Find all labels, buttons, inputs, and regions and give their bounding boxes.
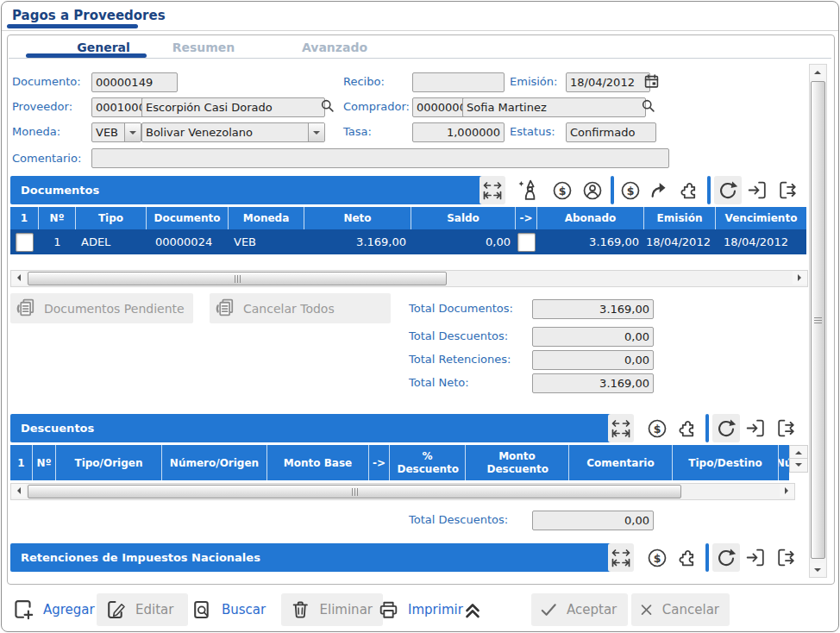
moneda-code-dropdown-button[interactable]	[124, 123, 141, 141]
main-vscrollbar[interactable]	[809, 64, 827, 578]
trash-icon	[288, 598, 313, 623]
moneda-name-value: Bolivar Venezolano	[142, 123, 308, 141]
tasa-field[interactable]: 1,000000	[412, 122, 505, 142]
export-icon[interactable]	[775, 176, 799, 204]
col-tipo-origen[interactable]: Tipo/Origen	[56, 445, 162, 480]
plugin-icon[interactable]	[675, 414, 699, 442]
recibo-field[interactable]	[412, 72, 505, 92]
moneda-code-select[interactable]: VEB	[91, 122, 141, 142]
buscar-button[interactable]: Buscar	[190, 593, 266, 626]
wizard-icon[interactable]	[516, 176, 540, 204]
eliminar-button[interactable]: Eliminar	[281, 593, 383, 626]
plugin-icon[interactable]	[677, 176, 701, 204]
tab-resumen[interactable]: Resumen	[172, 41, 235, 54]
comentario-field[interactable]	[91, 148, 669, 168]
resize-columns-icon[interactable]	[608, 414, 634, 442]
calendar-icon[interactable]	[644, 74, 659, 92]
col-emision[interactable]: Emisión	[644, 207, 716, 229]
currency-icon[interactable]	[645, 543, 669, 572]
plugin-icon[interactable]	[675, 543, 699, 572]
col-abonado[interactable]: Abonado	[537, 207, 644, 229]
currency-icon[interactable]	[645, 414, 669, 442]
comprador-name-field[interactable]: Sofia Martinez	[462, 97, 646, 117]
row-checkbox[interactable]	[16, 233, 34, 252]
refresh-icon[interactable]	[714, 176, 742, 204]
documento-field[interactable]: 00000149	[91, 72, 178, 92]
forward-arrow-icon[interactable]	[648, 176, 672, 204]
proveedor-label: Proveedor:	[12, 100, 72, 113]
editar-button[interactable]: Editar	[97, 593, 188, 626]
col-tipo[interactable]: Tipo	[76, 207, 147, 229]
import-icon[interactable]	[743, 414, 768, 442]
cancelar-button[interactable]: Cancelar	[631, 593, 730, 626]
estatus-field[interactable]: Confirmado	[566, 122, 656, 142]
apply-checkbox[interactable]	[517, 233, 536, 252]
documentos-grid-header: 1 Nº Tipo Documento Moneda Neto Saldo ->…	[10, 207, 806, 229]
refresh-icon[interactable]	[712, 414, 740, 442]
currency-icon[interactable]	[550, 176, 574, 204]
col-apply[interactable]: ->	[369, 445, 390, 480]
col-pct-descuento[interactable]: % Descuento	[390, 445, 466, 480]
cancelar-todos-button[interactable]: Cancelar Todos	[210, 293, 391, 323]
hscroll-thumb[interactable]	[28, 272, 447, 285]
import-icon[interactable]	[745, 176, 769, 204]
tab-general[interactable]: General	[77, 41, 130, 54]
col-rownum[interactable]: 1	[10, 207, 39, 229]
comprador-code-field[interactable]: 0000000	[412, 97, 469, 117]
export-icon[interactable]	[774, 543, 798, 572]
col-numero-destino[interactable]: Nú	[779, 445, 789, 480]
cell-saldo: 0,00	[411, 229, 516, 254]
col-monto-base[interactable]: Monto Base	[267, 445, 369, 480]
search-document-icon	[190, 598, 215, 623]
currency-apply-icon[interactable]	[618, 176, 643, 204]
col-documento[interactable]: Documento	[147, 207, 229, 229]
triangle-left-icon	[14, 274, 21, 281]
tab-avanzado[interactable]: Avanzado	[302, 41, 367, 54]
col-saldo[interactable]: Saldo	[411, 207, 516, 229]
moneda-name-select[interactable]: Bolivar Venezolano	[141, 122, 325, 142]
resize-columns-icon[interactable]	[608, 543, 634, 572]
proveedor-search-icon[interactable]	[320, 98, 335, 116]
emision-field[interactable]: 18/04/2012	[566, 72, 650, 92]
total-neto-label: Total Neto:	[409, 376, 469, 389]
moneda-name-dropdown-button[interactable]	[308, 123, 324, 141]
scroll-left-button[interactable]	[11, 271, 26, 285]
scroll-right-button[interactable]	[793, 271, 807, 285]
scroll-down-button[interactable]	[810, 563, 824, 577]
col-numero-origen[interactable]: Número/Origen	[162, 445, 267, 480]
col-rownum[interactable]: 1	[10, 445, 33, 480]
col-moneda[interactable]: Moneda	[229, 207, 304, 229]
col-vencimiento[interactable]: Vencimiento	[716, 207, 806, 229]
import-icon[interactable]	[743, 543, 768, 572]
proveedor-code-field[interactable]: 0001000	[91, 97, 148, 117]
aceptar-button[interactable]: Aceptar	[531, 593, 628, 626]
documentos-pendientes-button[interactable]: Documentos Pendiente	[10, 293, 193, 323]
refresh-icon[interactable]	[712, 543, 740, 572]
documentos-hscrollbar[interactable]	[10, 270, 808, 287]
total-descuentos-field: 0,00	[532, 327, 654, 347]
scroll-right-button[interactable]	[780, 484, 794, 498]
grid-scroll-down-button[interactable]	[789, 458, 808, 473]
col-tipo-destino[interactable]: Tipo/Destino	[673, 445, 779, 480]
col-n[interactable]: Nº	[39, 207, 76, 229]
proveedor-name-field[interactable]: Escorpión Casi Dorado	[141, 97, 325, 117]
resize-columns-icon[interactable]	[480, 176, 505, 204]
imprimir-button[interactable]: Imprimir	[376, 593, 463, 626]
col-monto-descuento[interactable]: Monto Descuento	[466, 445, 569, 480]
export-icon[interactable]	[774, 414, 798, 442]
user-icon[interactable]	[580, 176, 605, 204]
col-comentario[interactable]: Comentario	[569, 445, 673, 480]
col-n[interactable]: Nº	[33, 445, 56, 480]
comprador-search-icon[interactable]	[641, 98, 655, 116]
col-neto[interactable]: Neto	[304, 207, 411, 229]
col-apply[interactable]: ->	[516, 207, 537, 229]
agregar-button[interactable]: Agregar	[10, 593, 95, 626]
documentos-table-row[interactable]: 1 ADEL 00000024 VEB 3.169,00 0,00 3.169,…	[10, 229, 806, 254]
total-retenciones-field: 0,00	[532, 350, 654, 370]
hscroll-thumb[interactable]	[28, 485, 681, 498]
collapse-toolbar-button[interactable]	[461, 593, 485, 626]
scroll-up-button[interactable]	[810, 65, 824, 78]
scroll-left-button[interactable]	[11, 484, 26, 498]
descuentos-hscrollbar[interactable]	[10, 483, 795, 500]
vscroll-thumb[interactable]	[811, 81, 825, 559]
